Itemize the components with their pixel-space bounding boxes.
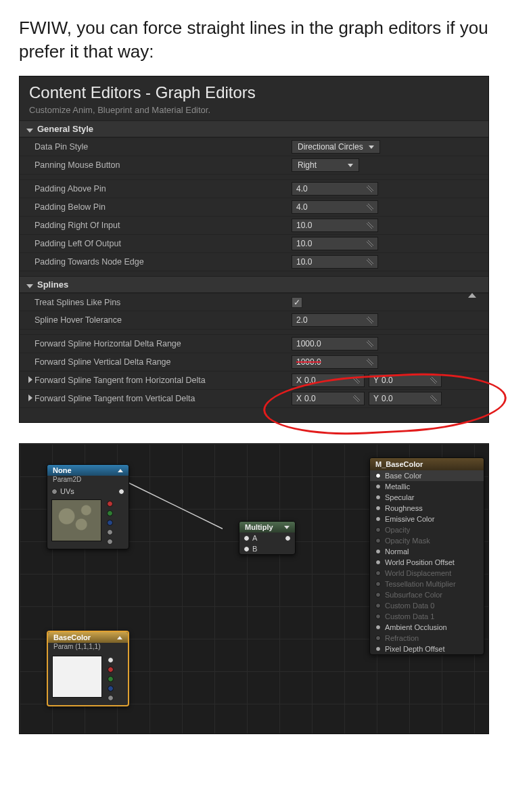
pin-out-icon[interactable] [108,657,114,663]
pin-label: Custom Data 0 [385,602,434,610]
grip-icon [367,222,373,229]
output-pin-row[interactable]: Pixel Depth Offset [370,644,484,654]
spinner-pad-right[interactable]: 10.0 [292,219,378,232]
spinner-fwd-tan-v-y[interactable]: Y0.0 [369,392,442,405]
dropdown-panning-mouse[interactable]: Right [292,158,359,172]
pin-label: Emissive Color [385,515,434,523]
pin-icon[interactable] [375,614,381,619]
dropdown-data-pin-style[interactable]: Directional Circles [292,140,380,154]
spinner-fwd-tan-v-x[interactable]: X0.0 [292,392,365,405]
output-pin-row[interactable]: Custom Data 0 [370,600,484,611]
output-pin-row[interactable]: Base Color [370,470,484,481]
pin-icon[interactable] [375,646,381,652]
pin-icon[interactable] [375,473,381,478]
label-panning-mouse: Panning Mouse Button [34,160,292,170]
triangle-up-icon[interactable] [118,469,123,472]
row-pad-above: Padding Above Pin 4.0 [20,179,488,198]
pin-icon[interactable] [375,495,381,500]
section-general-style[interactable]: General Style [20,120,488,137]
triangle-down-icon [26,124,33,134]
grip-icon [367,204,373,210]
triangle-up-icon[interactable] [117,636,122,639]
pin-a-icon[interactable] [244,535,250,541]
checkbox-treat-pins[interactable]: ✓ [292,297,302,308]
spinner-pad-above[interactable]: 4.0 [292,182,378,196]
spinner-fwd-tan-h-x[interactable]: X0.0 [292,374,365,387]
output-pin-row[interactable]: Subsurface Color [370,589,484,600]
pin-b-icon[interactable] [107,520,113,526]
output-pin-row[interactable]: Opacity Mask [370,535,484,546]
panel-subtitle: Customize Anim, Blueprint and Material E… [20,104,488,120]
spinner-pad-edge[interactable]: 10.0 [292,255,378,269]
pin-icon[interactable] [375,581,381,587]
triangle-right-icon[interactable] [26,394,33,403]
pin-r-icon[interactable] [108,667,114,673]
row-data-pin-style: Data Pin Style Directional Circles [20,137,488,156]
spinner-pad-left[interactable]: 10.0 [292,237,378,250]
triangle-up-icon[interactable] [468,293,476,298]
pin-icon[interactable] [375,625,381,630]
output-pin-row[interactable]: Refraction [370,633,484,644]
node-title: M_BaseColor [370,458,484,470]
row-pad-right: Padding Right Of Input 10.0 [20,216,488,234]
pin-a-icon[interactable] [108,695,114,701]
row-pad-below: Padding Below Pin 4.0 [20,198,488,216]
section-splines[interactable]: Splines [20,276,488,293]
output-pin-row[interactable]: Roughness [370,503,484,514]
pin-icon[interactable] [375,484,381,489]
pin-g-icon[interactable] [107,510,113,516]
node-material-output[interactable]: M_BaseColor Base ColorMetallicSpecularRo… [369,457,484,655]
pin-icon[interactable] [375,538,381,543]
output-pin-row[interactable]: World Position Offset [370,557,484,568]
row-pad-edge: Padding Towards Node Edge 10.0 [20,252,488,271]
output-pin-row[interactable]: Ambient Occlusion [370,622,484,633]
pin-label: Refraction [385,634,419,642]
pin-icon[interactable] [375,549,381,554]
triangle-down-icon[interactable] [284,526,290,529]
pin-icon[interactable] [375,570,381,576]
spinner-value: 0.0 [382,376,393,385]
spinner-fwd-tan-h-y[interactable]: Y0.0 [369,374,442,387]
pin-out-icon[interactable] [118,489,124,495]
pin-b-icon[interactable] [108,685,114,692]
output-pin-row[interactable]: Custom Data 1 [370,611,484,622]
node-base-color-param[interactable]: BaseColor Param (1,1,1,1) [47,631,129,706]
pin-g-icon[interactable] [108,676,114,682]
grip-icon [430,377,437,384]
pin-icon[interactable] [375,635,381,641]
output-pin-row[interactable]: Opacity [370,524,484,535]
output-pin-row[interactable]: Normal [370,546,484,557]
pin-a-icon[interactable] [107,529,113,535]
output-pin-row[interactable]: World Displacement [370,568,484,579]
node-texture-sample[interactable]: None Param2D UVs [47,464,129,549]
row-hover-tol: Spline Hover Tolerance 2.0 [20,311,488,329]
pin-label: Opacity [385,526,410,534]
spinner-fwd-v-range[interactable]: 1000.0 [292,355,378,369]
pin-icon[interactable] [51,489,57,495]
label-data-pin-style: Data Pin Style [34,142,292,152]
grip-icon [367,185,373,192]
pin-icon[interactable] [375,592,381,597]
triangle-right-icon[interactable] [26,376,33,385]
output-pin-row[interactable]: Specular [370,492,484,503]
spinner-fwd-h-range[interactable]: 1000.0 [292,337,378,351]
pin-icon[interactable] [375,527,381,533]
node-multiply[interactable]: Multiply A B [239,521,296,555]
pin-icon[interactable] [375,505,381,511]
output-pin-row[interactable]: Metallic [370,481,484,492]
pin-icon[interactable] [375,560,381,565]
pin-icon[interactable] [375,603,381,608]
pin-b-icon[interactable] [244,546,250,552]
row-panning-mouse: Panning Mouse Button Right [20,156,488,174]
output-pin-row[interactable]: Emissive Color [370,514,484,524]
pin-out-icon[interactable] [285,535,291,541]
grip-icon [367,258,373,265]
output-pin-row[interactable]: Tessellation Multiplier [370,579,484,589]
spinner-pad-below[interactable]: 4.0 [292,200,378,214]
material-graph[interactable]: None Param2D UVs [19,443,489,734]
spinner-hover-tol[interactable]: 2.0 [292,313,378,327]
pin-icon[interactable] [375,516,381,522]
pin-r-icon[interactable] [107,501,113,507]
pin-label: Custom Data 1 [385,612,434,621]
pin-rgba-icon[interactable] [107,539,113,545]
